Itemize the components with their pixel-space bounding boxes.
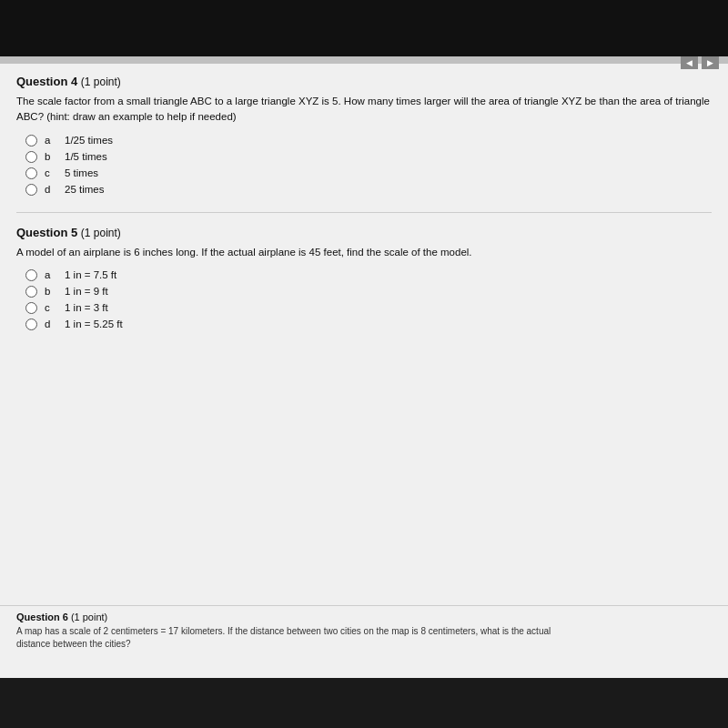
radio-4b[interactable] [25, 151, 37, 163]
radio-5b[interactable] [25, 286, 37, 298]
main-content: Question 4 (1 point) The scale factor fr… [0, 64, 728, 678]
bottom-bar [0, 678, 728, 728]
question-4-options: a 1/25 times b 1/5 times c 5 times d 25 … [16, 135, 712, 196]
q5-title-text: Question 5 [16, 226, 77, 239]
option-5c[interactable]: c 1 in = 3 ft [25, 302, 712, 314]
next-button[interactable]: ▶ [702, 56, 719, 69]
label-5d: d [45, 318, 54, 329]
option-4d[interactable]: d 25 times [25, 184, 712, 196]
value-5d: 1 in = 5.25 ft [65, 318, 123, 329]
radio-4a[interactable] [25, 135, 37, 147]
question-4-text: The scale factor from a small triangle A… [16, 94, 712, 126]
option-4b[interactable]: b 1/5 times [25, 151, 712, 163]
q6-text-1: A map has a scale of 2 centimeters = 17 … [16, 626, 551, 636]
label-5b: b [45, 286, 54, 297]
radio-4c[interactable] [25, 167, 37, 179]
option-4a[interactable]: a 1/25 times [25, 135, 712, 147]
label-4d: d [45, 184, 54, 195]
label-5c: c [45, 302, 54, 313]
value-5a: 1 in = 7.5 ft [65, 269, 116, 280]
question-5-title: Question 5 (1 point) [16, 226, 712, 239]
radio-5c[interactable] [25, 302, 37, 314]
q4-points: (1 point) [81, 76, 121, 88]
label-4a: a [45, 135, 54, 146]
value-4c: 5 times [65, 167, 98, 178]
option-5b[interactable]: b 1 in = 9 ft [25, 286, 712, 298]
radio-5d[interactable] [25, 318, 37, 330]
top-separator [0, 56, 728, 64]
value-5b: 1 in = 9 ft [65, 286, 108, 297]
radio-5a[interactable] [25, 269, 37, 281]
value-4a: 1/25 times [65, 135, 113, 146]
q6-title-text: Question 6 [16, 612, 68, 622]
q6-points: (1 point) [71, 612, 107, 622]
question-4-title: Question 4 (1 point) [16, 75, 712, 88]
question-4-block: Question 4 (1 point) The scale factor fr… [16, 75, 712, 196]
question-5-text: A model of an airplane is 6 inches long.… [16, 245, 712, 260]
label-4b: b [45, 151, 54, 162]
nav-buttons: ◀ ▶ [681, 56, 719, 69]
q5-points: (1 point) [81, 227, 121, 239]
prev-button[interactable]: ◀ [681, 56, 698, 69]
value-4b: 1/5 times [65, 151, 107, 162]
option-5a[interactable]: a 1 in = 7.5 ft [25, 269, 712, 281]
question-6-partial-text: A map has a scale of 2 centimeters = 17 … [16, 625, 712, 651]
option-4c[interactable]: c 5 times [25, 167, 712, 179]
q4-title-text: Question 4 [16, 75, 77, 88]
label-5a: a [45, 269, 54, 280]
value-4d: 25 times [65, 184, 104, 195]
value-5c: 1 in = 3 ft [65, 302, 108, 313]
option-5d[interactable]: d 1 in = 5.25 ft [25, 318, 712, 330]
question-5-options: a 1 in = 7.5 ft b 1 in = 9 ft c 1 in = 3… [16, 269, 712, 330]
question-6-title: Question 6 (1 point) [16, 612, 712, 622]
q6-text-2: distance between the cities? [16, 639, 131, 649]
radio-4d[interactable] [25, 184, 37, 196]
label-4c: c [45, 167, 54, 178]
question-5-block: Question 5 (1 point) A model of an airpl… [16, 226, 712, 330]
divider-q4-q5 [16, 212, 712, 213]
question-6-partial: Question 6 (1 point) A map has a scale o… [0, 605, 728, 678]
